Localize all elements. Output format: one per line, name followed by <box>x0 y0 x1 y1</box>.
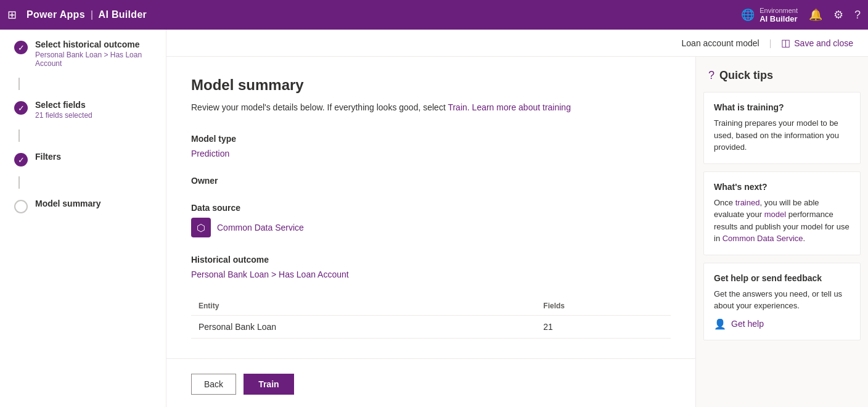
col-entity: Entity <box>191 297 536 316</box>
data-source-section: Data source ⬡ Common Data Service <box>191 203 671 237</box>
quick-tips-title: Quick tips <box>719 69 773 82</box>
historical-outcome-value: Personal Bank Loan > Has Loan Account <box>191 269 671 279</box>
main-content-area: Model summary Review your model's detail… <box>166 57 695 407</box>
train-button[interactable]: Train <box>244 374 293 395</box>
data-source-box: ⬡ Common Data Service <box>191 218 671 237</box>
tip-card-training: What is training? Training prepares your… <box>703 92 861 164</box>
page-description: Review your model's details below. If ev… <box>191 101 671 114</box>
tip-card-help: Get help or send feedback Get the answer… <box>703 263 861 340</box>
tip-text-help: Get the answers you need, or tell us abo… <box>714 288 850 312</box>
learn-more-link[interactable]: Learn more about training <box>472 102 571 112</box>
train-link[interactable]: Train. <box>448 102 469 112</box>
data-source-value: Common Data Service <box>217 223 304 232</box>
owner-section: Owner <box>191 176 671 186</box>
topnav-right: 🌐 Environment AI Builder 🔔 ⚙ ? <box>741 7 861 23</box>
step1-circle <box>14 41 28 54</box>
entity-fields-table-section: Entity Fields Personal Bank Loan21 <box>191 297 671 339</box>
entity-cell: Personal Bank Loan <box>191 316 536 339</box>
header-divider: | <box>769 38 772 48</box>
step4-circle <box>14 200 28 213</box>
get-help-link[interactable]: Get help <box>731 319 764 329</box>
save-close-button[interactable]: ◫ Save and close <box>781 37 853 49</box>
settings-icon[interactable]: ⚙ <box>833 8 843 22</box>
cds-icon: ⬡ <box>191 218 211 237</box>
sidebar-item-select-fields[interactable]: Select fields 21 fields selected <box>0 90 166 130</box>
get-help-icon: 👤 <box>714 318 726 330</box>
step3-circle <box>14 153 28 166</box>
help-icon[interactable]: ? <box>854 9 861 22</box>
tip-title-next: What's next? <box>714 182 850 192</box>
step1-info: Select historical outcome Personal Bank … <box>35 39 154 68</box>
tip-title-help: Get help or send feedback <box>714 273 850 283</box>
question-icon: ? <box>708 69 714 82</box>
right-panel: ? Quick tips What is training? Training … <box>695 57 868 407</box>
summary-table: Entity Fields Personal Bank Loan21 <box>191 297 671 339</box>
model-type-section: Model type Prediction <box>191 134 671 158</box>
get-help-row: 👤 Get help <box>714 318 850 330</box>
data-source-label: Data source <box>191 203 671 213</box>
sidebar-item-filters[interactable]: Filters <box>0 142 166 176</box>
table-row: Personal Bank Loan21 <box>191 316 671 339</box>
page-title: Model summary <box>191 76 671 94</box>
fields-cell: 21 <box>536 316 671 339</box>
back-button[interactable]: Back <box>191 374 236 395</box>
content-header: Loan account model | ◫ Save and close <box>166 30 868 57</box>
check-icon2 <box>18 104 25 113</box>
check-icon <box>18 43 25 52</box>
environment-icon: 🌐 <box>741 8 755 22</box>
save-icon: ◫ <box>781 37 790 49</box>
model-name-label: Loan account model <box>682 38 760 48</box>
check-icon3 <box>18 155 25 165</box>
tip-card-whats-next: What's next? Once trained, you will be a… <box>703 171 861 255</box>
main-content: Model summary Review your model's detail… <box>166 57 695 358</box>
content-wrapper: Loan account model | ◫ Save and close Mo… <box>166 30 868 407</box>
connector2 <box>18 130 20 142</box>
owner-label: Owner <box>191 176 671 186</box>
sidebar: Select historical outcome Personal Bank … <box>0 30 166 407</box>
content-right-wrapper: Model summary Review your model's detail… <box>166 57 868 407</box>
model-type-label: Model type <box>191 134 671 144</box>
top-navigation: ⊞ Power Apps | AI Builder 🌐 Environment … <box>0 0 868 30</box>
sidebar-item-model-summary[interactable]: Model summary <box>0 189 166 223</box>
notification-icon[interactable]: 🔔 <box>809 8 822 22</box>
model-type-value: Prediction <box>191 149 671 158</box>
main-layout: Select historical outcome Personal Bank … <box>0 30 868 407</box>
app-title: Power Apps | AI Builder <box>27 9 147 20</box>
step4-info: Model summary <box>35 199 101 208</box>
historical-outcome-label: Historical outcome <box>191 255 671 265</box>
col-fields: Fields <box>536 297 671 316</box>
step3-info: Filters <box>35 152 61 162</box>
tip-text-next: Once trained, you will be able evaluate … <box>714 197 850 245</box>
quick-tips-header: ? Quick tips <box>696 57 868 92</box>
sidebar-item-historical-outcome[interactable]: Select historical outcome Personal Bank … <box>0 30 166 78</box>
historical-outcome-section: Historical outcome Personal Bank Loan > … <box>191 255 671 279</box>
step2-circle <box>14 101 28 115</box>
connector3 <box>18 176 20 189</box>
bottom-actions: Back Train <box>166 358 695 407</box>
grid-icon[interactable]: ⊞ <box>7 8 17 22</box>
environment-selector[interactable]: 🌐 Environment AI Builder <box>741 7 798 23</box>
connector1 <box>18 78 20 90</box>
tip-title-training: What is training? <box>714 102 850 112</box>
step2-info: Select fields 21 fields selected <box>35 100 92 120</box>
tip-text-training: Training prepares your model to be used,… <box>714 117 850 154</box>
environment-info: Environment AI Builder <box>760 7 798 23</box>
